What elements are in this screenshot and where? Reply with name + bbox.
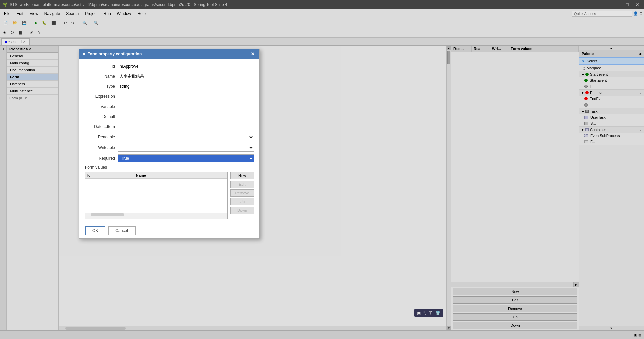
fv-table: Id Name bbox=[85, 172, 227, 212]
dialog-row-variable: Variable bbox=[85, 103, 254, 110]
dialog-title: Form property configuration bbox=[87, 52, 142, 56]
fv-down-btn[interactable]: Down bbox=[230, 207, 254, 214]
form-values-section: Form values Id Name bbox=[85, 165, 254, 219]
dialog-row-name: Name bbox=[85, 73, 254, 80]
fv-new-btn[interactable]: New bbox=[230, 172, 254, 179]
name-input[interactable] bbox=[118, 73, 254, 80]
variable-label: Variable bbox=[85, 104, 115, 109]
dialog-icon: ■ bbox=[83, 52, 85, 56]
dialog-row-date-pattern: Date ...ttern bbox=[85, 123, 254, 130]
fv-table-wrap: Id Name bbox=[85, 172, 228, 219]
dialog-row-type: Type bbox=[85, 83, 254, 90]
form-values-table-area: Id Name New Edit bbox=[85, 172, 254, 219]
dialog-title-area: ■ Form property configuration bbox=[83, 52, 142, 56]
fv-col-id: Id bbox=[85, 172, 134, 179]
required-select[interactable]: True False bbox=[118, 154, 254, 162]
dialog-row-expression: Expression bbox=[85, 93, 254, 100]
id-input[interactable] bbox=[118, 63, 254, 70]
writeable-select[interactable]: True False bbox=[118, 144, 254, 152]
id-label: Id bbox=[85, 64, 115, 69]
required-label: Required bbox=[85, 156, 115, 161]
dialog-row-id: Id bbox=[85, 63, 254, 70]
readable-select[interactable]: True False bbox=[118, 133, 254, 141]
dialog-ok-btn[interactable]: OK bbox=[85, 226, 105, 235]
date-pattern-input[interactable] bbox=[118, 123, 254, 130]
fv-edit-btn[interactable]: Edit bbox=[230, 181, 254, 188]
dialog-titlebar: ■ Form property configuration ✕ bbox=[79, 49, 259, 59]
fv-remove-btn[interactable]: Remove bbox=[230, 189, 254, 197]
default-label: Default bbox=[85, 114, 115, 119]
expression-label: Expression bbox=[85, 94, 115, 99]
dialog-row-required: Required True False bbox=[85, 154, 254, 162]
fv-table-body bbox=[85, 179, 227, 212]
expression-input[interactable] bbox=[118, 93, 254, 100]
dialog-footer: OK Cancel bbox=[79, 223, 259, 238]
dialog-row-writeable: Writeable True False bbox=[85, 144, 254, 152]
name-label: Name bbox=[85, 74, 115, 79]
fv-col-name: Name bbox=[134, 172, 227, 179]
default-input[interactable] bbox=[118, 113, 254, 120]
fv-scroll-row[interactable] bbox=[85, 213, 227, 219]
fv-up-btn[interactable]: Up bbox=[230, 198, 254, 205]
dialog-cancel-btn[interactable]: Cancel bbox=[108, 226, 135, 235]
fv-buttons: New Edit Remove Up Down bbox=[230, 172, 254, 219]
dialog-body: Id Name Type Expression Variable Default bbox=[79, 59, 259, 223]
writeable-label: Writeable bbox=[85, 145, 115, 150]
dialog-row-default: Default bbox=[85, 113, 254, 120]
dialog-close-btn[interactable]: ✕ bbox=[249, 51, 256, 57]
type-input[interactable] bbox=[118, 83, 254, 90]
date-pattern-label: Date ...ttern bbox=[85, 124, 115, 129]
fv-scroll-thumb[interactable] bbox=[91, 213, 124, 216]
variable-input[interactable] bbox=[118, 103, 254, 110]
dialog-row-readable: Readable True False bbox=[85, 133, 254, 141]
form-property-dialog: ■ Form property configuration ✕ Id Name … bbox=[79, 49, 260, 239]
form-values-label: Form values bbox=[85, 165, 254, 170]
readable-label: Readable bbox=[85, 135, 115, 139]
type-label: Type bbox=[85, 84, 115, 89]
